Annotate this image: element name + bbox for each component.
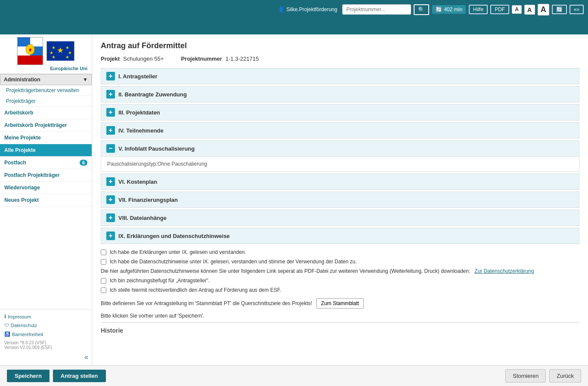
sidebar-item-neues-projekt[interactable]: Neues Projekt — [0, 194, 92, 207]
coat-arms-logo: ♦ — [17, 37, 43, 65]
user-info: 👤 Silke.Projektförderung — [278, 6, 337, 12]
data-privacy-text: Die hier aufgeführten Datenschutzhinweis… — [101, 268, 579, 274]
checkbox-row-4: Ich stelle hiermit rechtsverbindlich den… — [101, 287, 579, 293]
svg-text:★: ★ — [57, 46, 64, 55]
sidebar-item-wiedervorlage[interactable]: Wiedervorlage — [0, 182, 92, 194]
accordion-title-IV: IV. Teilnehmende — [118, 127, 164, 134]
accordion-header-IX[interactable]: + IX. Erklärungen und Datenschutzhinweis… — [101, 228, 579, 244]
postfach-badge: 6 — [80, 160, 87, 166]
timer-value: 402 min — [444, 6, 462, 12]
timer-button[interactable]: 🔄 402 min — [432, 5, 466, 14]
svg-rect-5 — [18, 56, 43, 65]
sidebar: ♦ ★ ★ ★ ★ ★ ★ ★ Europäische Un — [0, 34, 92, 365]
checkbox-erklaerungen-label: Ich habe die Erklärungen unter IX. geles… — [110, 249, 246, 255]
arrows-button[interactable]: «» — [569, 5, 584, 14]
accordion-header-VIII[interactable]: + VIII. Dateianhänge — [101, 210, 579, 225]
checkbox-antrag-foerderung-label: Ich stelle hiermit rechtsverbindlich den… — [110, 287, 281, 293]
accordion-header-III[interactable]: + III. Projektdaten — [101, 105, 579, 120]
checkbox-row-1: Ich habe die Erklärungen unter IX. geles… — [101, 249, 579, 255]
accordion-body-V: Pauschalisierungstyp:Ohne Pauschalierung — [101, 156, 579, 171]
accordion-title-VIII: VIII. Dateianhänge — [118, 215, 167, 221]
content-area: Antrag auf Fördermittel Projekt Schulung… — [92, 34, 588, 365]
accordion-section-II: + II. Beantragte Zuwendung — [101, 86, 579, 102]
page-title: Antrag auf Fördermittel — [101, 41, 579, 50]
accordion-toggle-VI: + — [106, 177, 115, 186]
username: Silke.Projektförderung — [286, 6, 337, 12]
sidebar-collapse-button[interactable]: « — [0, 352, 92, 363]
accordion-toggle-IX: + — [106, 232, 115, 240]
accordion-header-VI[interactable]: + VI. Kostenplan — [101, 174, 579, 189]
accessibility-icon: ♿ — [4, 331, 10, 337]
top-header: 👤 Silke.Projektförderung 🔍 🔄 402 min Hil… — [0, 0, 588, 19]
accordion-section-IV: + IV. Teilnehmende — [101, 122, 579, 139]
sidebar-item-arbeitskorb[interactable]: Arbeitskorb — [0, 107, 92, 119]
project-number-input[interactable] — [342, 4, 411, 15]
blue-banner — [0, 19, 588, 34]
sidebar-item-postfach[interactable]: Postfach 6 — [0, 157, 92, 169]
checkbox-zeichnungsbefugt-label: Ich bin zeichnungsbefugt für „Antragstel… — [110, 278, 210, 284]
checkbox-zeichnungsbefugt[interactable] — [101, 278, 106, 284]
accordion-section-VII: + VII. Finanzierungsplan — [101, 191, 579, 208]
svg-text:★: ★ — [65, 55, 69, 59]
font-medium-button[interactable]: A — [524, 5, 535, 15]
hilfe-button[interactable]: Hilfe — [469, 5, 488, 14]
sidebar-item-alle-projekte[interactable]: Alle Projekte — [0, 144, 92, 157]
reload-button[interactable]: 🔄 — [552, 5, 567, 14]
chevron-down-icon: ▼ — [83, 77, 88, 83]
bottom-left-buttons: Speichern Antrag stellen — [7, 370, 106, 382]
accordion-header-V[interactable]: − V. Infoblatt Pauschalisierung — [101, 141, 579, 156]
sidebar-item-projekttraeger-benutzer[interactable]: Projektträgerbenutzer verwalten — [0, 85, 92, 96]
speichern-button[interactable]: Speichern — [7, 370, 50, 382]
historie-title: Historie — [101, 322, 579, 334]
checkbox-antrag-foerderung[interactable] — [101, 287, 106, 293]
sidebar-item-projekttraeger[interactable]: Projektträger — [0, 96, 92, 107]
accordion-header-VII[interactable]: + VII. Finanzierungsplan — [101, 192, 579, 207]
accordion-section-I: + I. Antragsteller — [101, 68, 579, 84]
accordion-section-III: + III. Projektdaten — [101, 104, 579, 120]
accordion-section-VIII: + VIII. Dateianhänge — [101, 210, 579, 226]
eu-flag-logo: ★ ★ ★ ★ ★ ★ ★ — [46, 41, 74, 61]
sidebar-footer-datenschutz[interactable]: 🛡 Datenschutz — [0, 321, 92, 330]
accordion-title-I: I. Antragsteller — [118, 73, 158, 80]
font-large-button[interactable]: A — [538, 4, 549, 15]
search-button[interactable]: 🔍 — [414, 4, 429, 15]
stammblatt-button[interactable]: Zum Stammblatt — [316, 298, 364, 309]
accordion-title-III: III. Projektdaten — [118, 109, 160, 116]
accordion-toggle-III: + — [106, 108, 115, 117]
accordion-toggle-IV: + — [106, 126, 115, 135]
sidebar-item-meine-projekte[interactable]: Meine Projekte — [0, 132, 92, 144]
accordion-toggle-II: + — [106, 90, 115, 99]
checkbox-datenschutz[interactable] — [101, 259, 106, 265]
data-privacy-link[interactable]: Zur Datenschutzerklärung — [474, 268, 534, 274]
project-value: Schulungen 55+ — [123, 56, 164, 62]
info-icon: ℹ — [4, 314, 6, 319]
accordion-header-IV[interactable]: + IV. Teilnehmende — [101, 123, 579, 138]
accordion-title-IX: IX. Erklärungen und Datenschutzhinweise — [118, 233, 230, 239]
accordion-title-II: II. Beantragte Zuwendung — [118, 91, 187, 98]
sidebar-item-arbeitskorb-pt[interactable]: Arbeitskorb Projektträger — [0, 119, 92, 132]
checkbox-row-2: Ich habe die Datenschutzhinweise unter I… — [101, 259, 579, 265]
pdf-button[interactable]: PDF — [490, 5, 509, 14]
project-num-value: 1-1.3-221715 — [226, 56, 259, 62]
accordion-toggle-VII: + — [106, 195, 115, 204]
stammblatt-text: Bitte definieren Sie vor Antragstellung … — [101, 300, 312, 306]
svg-text:★: ★ — [52, 45, 56, 50]
accordion-header-II[interactable]: + II. Beantragte Zuwendung — [101, 86, 579, 102]
zurueck-button[interactable]: Zurück — [549, 369, 581, 383]
stammblatt-msg: Bitte definieren Sie vor Antragstellung … — [101, 298, 579, 309]
project-num-label: Projektnummer — [181, 56, 222, 62]
sidebar-footer-barrierefreiheit[interactable]: ♿ Barrierefreiheit — [0, 330, 92, 339]
collapse-icon: « — [84, 353, 88, 361]
sidebar-footer-impressum[interactable]: ℹ Impressum — [0, 312, 92, 321]
sidebar-version: Version ^8.0.23 (VSF) Version V2.01.069 … — [0, 339, 92, 352]
checkbox-erklaerungen[interactable] — [101, 250, 106, 255]
admin-dropdown[interactable]: Administration ▼ — [0, 74, 92, 85]
antrag-stellen-button[interactable]: Antrag stellen — [53, 370, 106, 382]
accordion-section-IX: + IX. Erklärungen und Datenschutzhinweis… — [101, 228, 579, 244]
stornieren-button[interactable]: Stornieren — [505, 369, 546, 383]
sidebar-logo: ♦ ★ ★ ★ ★ ★ ★ ★ Europäische Un — [0, 34, 92, 74]
font-small-button[interactable]: A — [512, 5, 522, 14]
accordion-toggle-VIII: + — [106, 213, 115, 222]
accordion-header-I[interactable]: + I. Antragsteller — [101, 68, 579, 84]
sidebar-item-postfach-pt[interactable]: Postfach Projektträger — [0, 169, 92, 182]
